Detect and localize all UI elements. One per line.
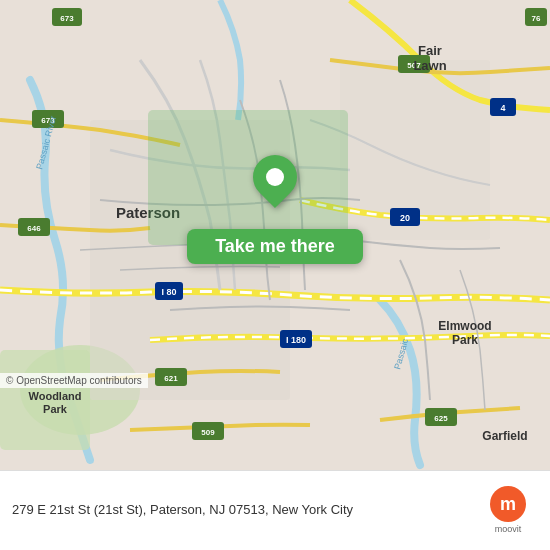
svg-text:Park: Park: [43, 403, 68, 415]
svg-text:646: 646: [27, 224, 41, 233]
bottom-bar: 279 E 21st St (21st St), Paterson, NJ 07…: [0, 470, 550, 550]
svg-text:Elmwood: Elmwood: [438, 319, 491, 333]
svg-text:Garfield: Garfield: [482, 429, 527, 443]
moovit-icon: m: [490, 486, 526, 522]
moovit-logo[interactable]: m moovit: [478, 486, 538, 535]
svg-text:621: 621: [164, 374, 178, 383]
svg-text:I 180: I 180: [286, 335, 306, 345]
svg-text:Fair: Fair: [418, 43, 442, 58]
svg-text:Woodland: Woodland: [29, 390, 82, 402]
svg-text:Park: Park: [452, 333, 478, 347]
take-me-there-button[interactable]: Take me there: [187, 229, 363, 264]
svg-text:76: 76: [532, 14, 541, 23]
svg-text:I 80: I 80: [161, 287, 176, 297]
svg-text:509: 509: [201, 428, 215, 437]
moovit-label: moovit: [495, 524, 522, 535]
svg-rect-39: [148, 110, 348, 245]
svg-text:625: 625: [434, 414, 448, 423]
osm-attribution: © OpenStreetMap contributors: [0, 373, 148, 388]
svg-text:673: 673: [60, 14, 74, 23]
map-container: I 80 I 180 20 4 673 646 507 621 509 625 …: [0, 0, 550, 470]
map-pin: [253, 155, 297, 199]
svg-text:Lawn: Lawn: [413, 58, 446, 73]
address-text: 279 E 21st St (21st St), Paterson, NJ 07…: [12, 501, 470, 519]
svg-text:4: 4: [500, 103, 505, 113]
svg-text:20: 20: [400, 213, 410, 223]
